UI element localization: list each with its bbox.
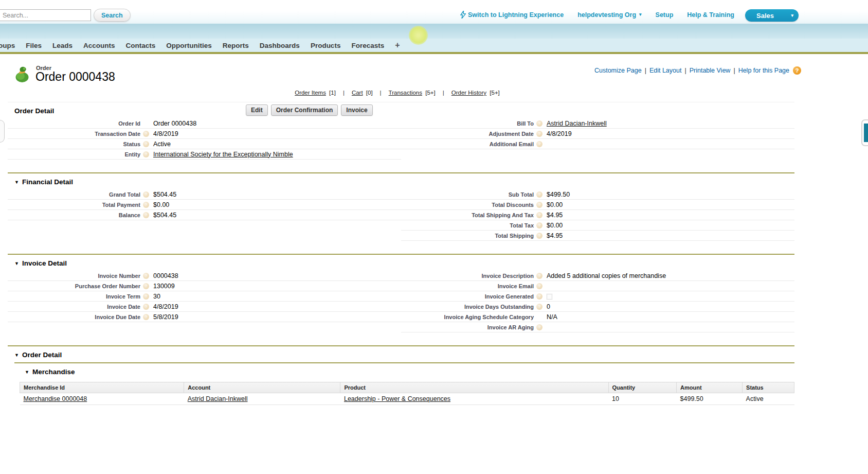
- field-value-link[interactable]: International Society for the Exceptiona…: [153, 151, 293, 158]
- field-label: Total Discounts: [401, 202, 534, 208]
- header-link-printable-view[interactable]: Printable View: [690, 67, 731, 74]
- org-menu[interactable]: helpdevtesting Org ▾: [577, 11, 641, 19]
- cell-account: Astrid Dacian-Inkwell: [184, 393, 340, 405]
- chevron-down-icon: ▾: [639, 12, 642, 17]
- help-icon[interactable]: ?: [793, 66, 801, 75]
- cell-link[interactable]: Merchandise 0000048: [24, 395, 87, 402]
- top-bar: Search Switch to Lightning Experience he…: [0, 0, 868, 24]
- sidebar-collapse-handle-right[interactable]: [861, 119, 868, 146]
- cell-product: Leadership - Power & Consequences: [340, 393, 608, 405]
- header-link-customize-page[interactable]: Customize Page: [594, 67, 642, 74]
- cell-link[interactable]: Astrid Dacian-Inkwell: [188, 395, 248, 402]
- tab-files[interactable]: Files: [26, 42, 42, 49]
- field-label: Invoice Aging Schedule Category: [401, 314, 534, 320]
- order-confirmation-button[interactable]: Order Confirmation: [271, 104, 338, 116]
- section-header-order-detail: ▼Order Detail: [8, 346, 794, 362]
- field-help-icon[interactable]: ?: [536, 222, 542, 229]
- field-help-icon[interactable]: ?: [143, 293, 149, 300]
- field-help-icon[interactable]: ?: [536, 283, 542, 289]
- field-help-icon[interactable]: ?: [143, 314, 149, 320]
- top-links: Switch to Lightning Experience helpdevte…: [446, 11, 734, 19]
- collapse-icon[interactable]: ▼: [25, 370, 29, 375]
- search-button[interactable]: Search: [94, 9, 131, 22]
- column-header-merchandise-id: Merchandise Id: [20, 382, 184, 393]
- field-help-icon[interactable]: ?: [536, 131, 542, 137]
- tab-reports[interactable]: Reports: [223, 42, 249, 49]
- chevron-down-icon: ▾: [791, 13, 793, 18]
- field-help-icon[interactable]: ?: [143, 191, 149, 198]
- sidebar-collapse-handle-left[interactable]: [0, 120, 5, 143]
- field-help-icon[interactable]: ?: [536, 273, 542, 279]
- tab-oups[interactable]: oups: [0, 42, 15, 49]
- collapse-icon[interactable]: ▼: [14, 180, 19, 185]
- search-input[interactable]: [0, 9, 91, 21]
- related-link-cart[interactable]: Cart: [352, 90, 363, 96]
- tab-dashboards[interactable]: Dashboards: [260, 42, 300, 49]
- section-header-financial-detail: ▼Financial Detail: [8, 173, 794, 189]
- field-help-icon[interactable]: ?: [143, 273, 149, 279]
- field-row-invoice-days-outstanding: Invoice Days Outstanding?0: [401, 302, 794, 312]
- cell-link[interactable]: Leadership - Power & Consequences: [344, 395, 450, 402]
- tab-products[interactable]: Products: [311, 42, 341, 49]
- tab-accounts[interactable]: Accounts: [83, 42, 115, 49]
- page-header: Order Order 0000438 Customize Page|Edit …: [0, 54, 868, 87]
- field-help-icon[interactable]: ?: [536, 191, 542, 198]
- field-help-icon[interactable]: ?: [143, 202, 149, 208]
- global-search: Search: [0, 9, 131, 22]
- field-help-icon[interactable]: ?: [536, 212, 542, 218]
- org-menu-label: helpdevtesting Org: [577, 11, 636, 19]
- field-help-icon[interactable]: ?: [143, 131, 149, 137]
- related-link-order-history[interactable]: Order History: [451, 90, 486, 96]
- field-row-total-tax: Total Tax?$0.00: [401, 220, 794, 231]
- setup-link[interactable]: Setup: [656, 11, 674, 19]
- tab-opportunities[interactable]: Opportunities: [166, 42, 212, 49]
- app-menu-button[interactable]: Sales ▾: [745, 9, 799, 22]
- field-help-icon[interactable]: ?: [143, 141, 149, 147]
- header-link-help-for-this-page[interactable]: Help for this Page: [738, 67, 789, 74]
- collapse-icon[interactable]: ▼: [14, 261, 19, 266]
- collapse-icon[interactable]: ▼: [14, 353, 19, 358]
- header-link-edit-layout[interactable]: Edit Layout: [649, 67, 682, 74]
- field-value-link[interactable]: Astrid Dacian-Inkwell: [547, 120, 607, 127]
- checkbox-unchecked[interactable]: [547, 294, 552, 300]
- field-help-icon[interactable]: ?: [143, 212, 149, 218]
- field-label: Total Payment: [8, 202, 140, 208]
- field-label: Invoice Description: [401, 273, 534, 279]
- field-help-icon[interactable]: ?: [536, 202, 542, 208]
- field-help-icon[interactable]: ?: [143, 304, 149, 310]
- edit-button[interactable]: Edit: [246, 104, 268, 116]
- help-training-link[interactable]: Help & Training: [687, 11, 734, 19]
- field-help-icon[interactable]: ?: [536, 233, 542, 239]
- section-financial-detail: ▼Financial DetailGrand Total?$504.45Tota…: [8, 160, 794, 241]
- field-help-icon[interactable]: ?: [536, 293, 542, 300]
- section-title: Order Detail: [22, 351, 62, 359]
- field-row-invoice-term: Invoice Term?30: [8, 291, 401, 302]
- tab-contacts[interactable]: Contacts: [126, 42, 156, 49]
- field-help-icon[interactable]: ?: [536, 324, 542, 330]
- tab-forecasts[interactable]: Forecasts: [351, 42, 384, 49]
- field-label: Invoice Email: [401, 283, 534, 289]
- switch-to-lightning-link[interactable]: Switch to Lightning Experience: [460, 11, 564, 19]
- field-help-icon[interactable]: ?: [536, 304, 542, 310]
- tab-add[interactable]: +: [395, 41, 400, 50]
- field-label: Bill To: [401, 120, 534, 127]
- invoice-button[interactable]: Invoice: [341, 104, 372, 116]
- field-label: Sub Total: [401, 191, 534, 198]
- field-help-icon[interactable]: ?: [536, 141, 542, 147]
- field-help-icon[interactable]: ?: [143, 151, 149, 157]
- field-help-icon[interactable]: ?: [143, 283, 149, 289]
- field-help-icon[interactable]: ?: [536, 120, 542, 127]
- related-link-transactions[interactable]: Transactions: [389, 90, 422, 96]
- related-link-order-items[interactable]: Order Items: [295, 90, 326, 96]
- field-label: Total Shipping: [401, 233, 534, 239]
- tab-leads[interactable]: Leads: [52, 42, 73, 49]
- column-header-account: Account: [184, 382, 340, 393]
- field-row-grand-total: Grand Total?$504.45: [8, 189, 401, 200]
- section-title: Order Detail: [14, 107, 54, 115]
- tab-bar: oupsFilesLeadsAccountsContactsOpportunit…: [0, 39, 868, 54]
- app-menu-label: Sales: [756, 12, 774, 20]
- related-count: [5+]: [424, 90, 436, 96]
- field-value: 130009: [153, 283, 175, 290]
- cell-status: Active: [743, 393, 794, 405]
- field-label: Total Tax: [401, 222, 534, 229]
